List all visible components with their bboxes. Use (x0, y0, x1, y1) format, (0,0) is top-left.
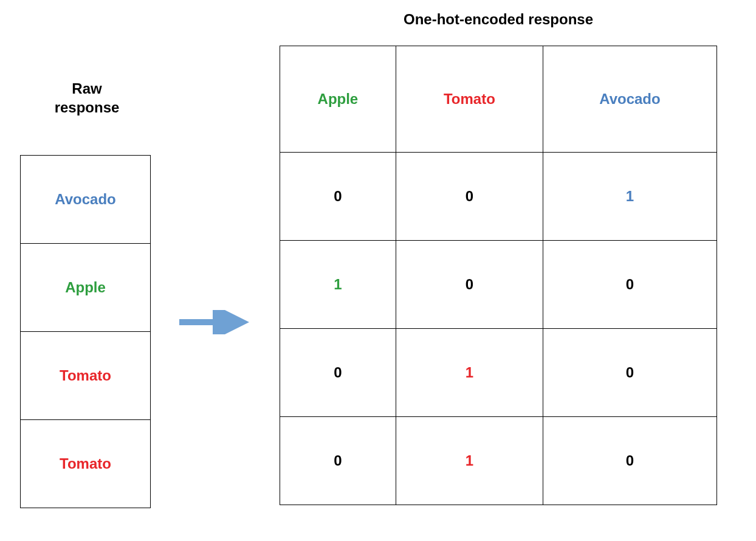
encoded-cell: 0 (280, 329, 396, 417)
encoded-cell: 0 (543, 241, 716, 329)
encoded-cell: 0 (543, 329, 716, 417)
encoded-response-title: One-hot-encoded response (280, 11, 717, 28)
raw-response-table: Avocado Apple Tomato Tomato (20, 155, 151, 508)
raw-cell: Tomato (21, 332, 151, 420)
encoded-cell: 1 (543, 153, 716, 241)
table-row: 0 1 0 (280, 329, 717, 417)
encoded-cell: 1 (280, 241, 396, 329)
table-row: Apple (21, 244, 151, 332)
raw-cell: Tomato (21, 420, 151, 508)
raw-title-line2: response (55, 99, 120, 115)
encoded-cell: 0 (396, 153, 543, 241)
encoded-table-body: 0 0 1 1 0 0 0 1 0 0 1 0 (280, 153, 717, 505)
table-row: Tomato (21, 332, 151, 420)
arrow-icon (176, 310, 261, 334)
encoded-cell: 0 (280, 153, 396, 241)
encoded-header: Tomato (396, 46, 543, 153)
raw-title-line1: Raw (72, 80, 101, 97)
encoded-cell: 0 (280, 417, 396, 505)
encoded-header: Apple (280, 46, 396, 153)
table-row: Avocado (21, 156, 151, 244)
table-row: 0 1 0 (280, 417, 717, 505)
raw-cell: Avocado (21, 156, 151, 244)
raw-response-title: Raw response (41, 79, 132, 117)
encoded-table-head: Apple Tomato Avocado (280, 46, 717, 153)
encoded-response-table: Apple Tomato Avocado 0 0 1 1 0 0 0 1 0 (280, 46, 717, 505)
encoded-header: Avocado (543, 46, 716, 153)
table-row: 1 0 0 (280, 241, 717, 329)
raw-cell: Apple (21, 244, 151, 332)
table-row: Tomato (21, 420, 151, 508)
encoded-cell: 1 (396, 329, 543, 417)
table-row: 0 0 1 (280, 153, 717, 241)
encoded-cell: 0 (396, 241, 543, 329)
diagram-container: Raw response One-hot-encoded response Av… (0, 0, 756, 541)
raw-table-body: Avocado Apple Tomato Tomato (21, 156, 151, 508)
table-header-row: Apple Tomato Avocado (280, 46, 717, 153)
encoded-cell: 0 (543, 417, 716, 505)
encoded-cell: 1 (396, 417, 543, 505)
